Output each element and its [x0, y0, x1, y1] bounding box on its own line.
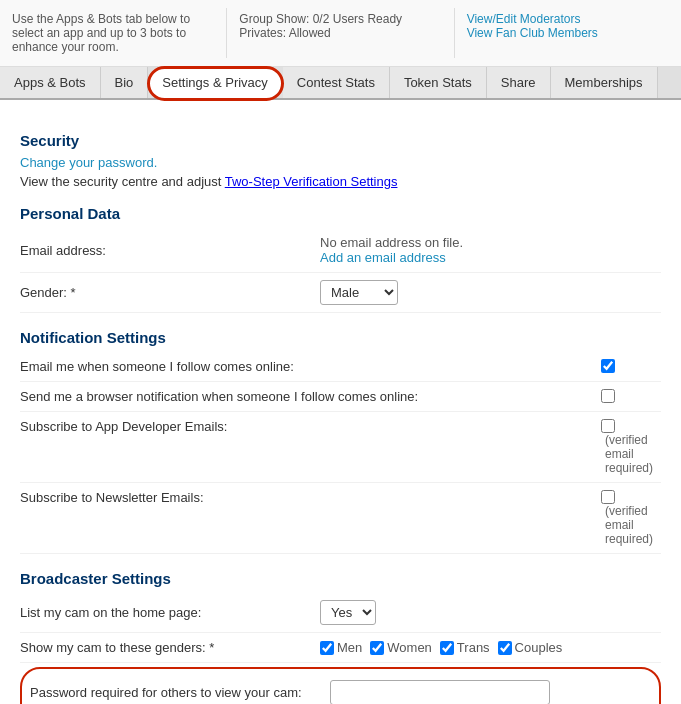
tab-bar: Apps & Bots Bio Settings & Privacy Conte…	[0, 67, 681, 100]
two-step-text: View the security centre and adjust Two-…	[20, 174, 661, 189]
list-cam-select[interactable]: Yes No	[320, 600, 376, 625]
gender-men-checkbox[interactable]	[320, 641, 334, 655]
notif-email-follow-row: Email me when someone I follow comes onl…	[20, 352, 661, 382]
gender-women-checkbox[interactable]	[370, 641, 384, 655]
gender-men-label: Men	[337, 640, 362, 655]
notif-app-dev-row: Subscribe to App Developer Emails: (veri…	[20, 412, 661, 483]
security-header: Security	[20, 132, 661, 149]
gender-couples-item: Couples	[498, 640, 563, 655]
add-email-link[interactable]: Add an email address	[320, 250, 446, 265]
view-edit-moderators-link[interactable]: View/Edit Moderators	[467, 12, 581, 26]
gender-women-item: Women	[370, 640, 432, 655]
tab-bio[interactable]: Bio	[101, 67, 149, 98]
gender-women-label: Women	[387, 640, 432, 655]
two-step-link[interactable]: Two-Step Verification Settings	[225, 174, 398, 189]
gender-trans-label: Trans	[457, 640, 490, 655]
notif-browser-follow-check-wrap	[601, 389, 661, 403]
view-fan-club-link[interactable]: View Fan Club Members	[467, 26, 598, 40]
notif-email-follow-label: Email me when someone I follow comes onl…	[20, 359, 601, 374]
show-genders-value: Men Women Trans Couples	[320, 640, 661, 655]
notif-app-dev-label: Subscribe to App Developer Emails:	[20, 419, 601, 434]
notif-app-dev-checkbox[interactable]	[601, 419, 615, 433]
notif-newsletter-verified: (verified email required)	[605, 504, 661, 546]
gender-select[interactable]: Male Female Other	[320, 280, 398, 305]
gender-couples-label: Couples	[515, 640, 563, 655]
personal-data-header: Personal Data	[20, 205, 661, 222]
password-value	[330, 680, 651, 704]
notif-browser-follow-checkbox[interactable]	[601, 389, 615, 403]
gender-couples-checkbox[interactable]	[498, 641, 512, 655]
show-genders-label: Show my cam to these genders: *	[20, 640, 320, 655]
gender-trans-checkbox[interactable]	[440, 641, 454, 655]
password-row: Password required for others to view you…	[30, 673, 651, 704]
apps-bots-info: Use the Apps & Bots tab below to select …	[0, 8, 227, 58]
cam-password-input[interactable]	[330, 680, 550, 704]
notif-newsletter-label: Subscribe to Newsletter Emails:	[20, 490, 601, 505]
email-label: Email address:	[20, 243, 320, 258]
gender-label: Gender: *	[20, 285, 320, 300]
broadcaster-settings-header: Broadcaster Settings	[20, 570, 661, 587]
notif-newsletter-row: Subscribe to Newsletter Emails: (verifie…	[20, 483, 661, 554]
password-row-wrap: Password required for others to view you…	[20, 667, 661, 704]
gender-men-item: Men	[320, 640, 362, 655]
gender-row: Gender: * Male Female Other	[20, 273, 661, 313]
tab-apps-bots[interactable]: Apps & Bots	[0, 67, 101, 98]
tab-token-stats[interactable]: Token Stats	[390, 67, 487, 98]
list-cam-value: Yes No	[320, 600, 661, 625]
notif-app-dev-verified: (verified email required)	[605, 433, 661, 475]
list-cam-label: List my cam on the home page:	[20, 605, 320, 620]
gender-trans-item: Trans	[440, 640, 490, 655]
show-genders-row: Show my cam to these genders: * Men Wome…	[20, 633, 661, 663]
tab-memberships[interactable]: Memberships	[551, 67, 658, 98]
password-label: Password required for others to view you…	[30, 685, 330, 700]
notif-newsletter-checkbox[interactable]	[601, 490, 615, 504]
main-content: Security Change your password. View the …	[0, 100, 681, 704]
moderators-info: View/Edit Moderators View Fan Club Membe…	[455, 8, 681, 58]
notif-browser-follow-row: Send me a browser notification when some…	[20, 382, 661, 412]
notif-app-dev-check-wrap: (verified email required)	[601, 419, 661, 475]
list-cam-row: List my cam on the home page: Yes No	[20, 593, 661, 633]
gender-checkboxes: Men Women Trans Couples	[320, 640, 661, 655]
notif-browser-follow-label: Send me a browser notification when some…	[20, 389, 601, 404]
tab-contest-stats[interactable]: Contest Stats	[283, 67, 390, 98]
email-value: No email address on file. Add an email a…	[320, 235, 661, 265]
change-password-link[interactable]: Change your password.	[20, 155, 661, 170]
notif-email-follow-checkbox[interactable]	[601, 359, 615, 373]
tab-settings-privacy[interactable]: Settings & Privacy	[148, 67, 283, 100]
group-show-info: Group Show: 0/2 Users Ready Privates: Al…	[227, 8, 454, 58]
top-bar: Use the Apps & Bots tab below to select …	[0, 0, 681, 67]
gender-select-wrap: Male Female Other	[320, 280, 661, 305]
notif-newsletter-check-wrap: (verified email required)	[601, 490, 661, 546]
notif-email-follow-check-wrap	[601, 359, 661, 373]
tab-share[interactable]: Share	[487, 67, 551, 98]
email-row: Email address: No email address on file.…	[20, 228, 661, 273]
notification-settings-header: Notification Settings	[20, 329, 661, 346]
